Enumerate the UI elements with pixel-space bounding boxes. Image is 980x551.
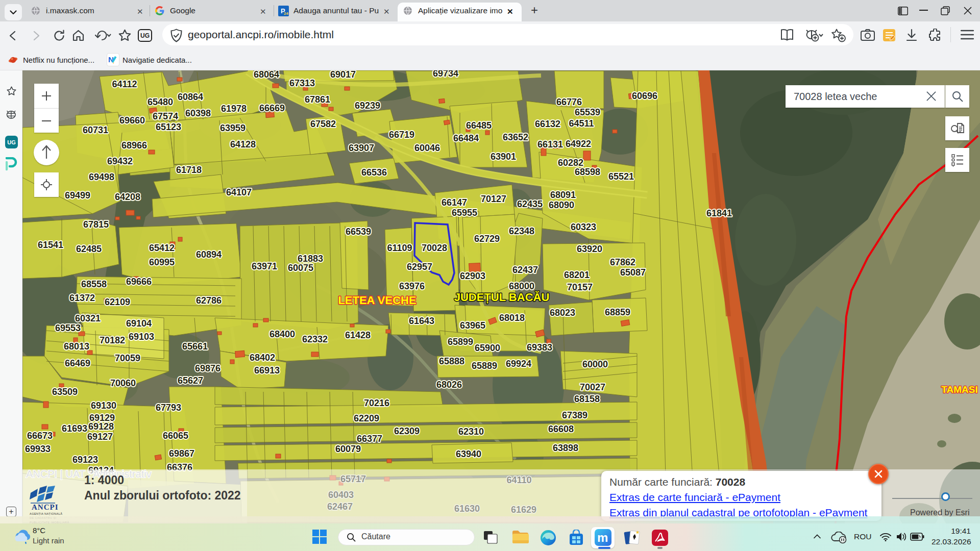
svg-text:64110: 64110: [506, 475, 531, 485]
svg-text:69933: 69933: [25, 444, 51, 454]
svg-text:70182: 70182: [100, 335, 125, 345]
svg-text:66913: 66913: [254, 365, 280, 375]
svg-text:68598: 68598: [575, 167, 600, 177]
svg-text:61630: 61630: [454, 504, 480, 514]
svg-text:68558: 68558: [81, 279, 107, 289]
svg-text:63959: 63959: [220, 123, 246, 133]
svg-text:TAMASI: TAMASI: [941, 384, 977, 395]
svg-text:60864: 60864: [178, 92, 203, 102]
svg-text:60075: 60075: [288, 263, 313, 273]
svg-text:65087: 65087: [620, 267, 646, 278]
svg-text:61109: 61109: [387, 243, 412, 253]
svg-text:69924: 69924: [506, 359, 531, 369]
svg-text:64511: 64511: [569, 118, 594, 129]
svg-text:60000: 60000: [582, 359, 608, 369]
svg-text:66719: 66719: [389, 130, 414, 140]
svg-text:62309: 62309: [394, 426, 420, 436]
svg-text:68064: 68064: [254, 70, 279, 80]
svg-text:68013: 68013: [64, 341, 89, 352]
svg-text:69123: 69123: [72, 455, 98, 465]
svg-text:65889: 65889: [472, 361, 497, 371]
svg-text:66377: 66377: [357, 434, 382, 444]
svg-text:65899: 65899: [448, 337, 473, 347]
svg-text:69103: 69103: [129, 332, 154, 342]
svg-text:68091: 68091: [550, 190, 576, 200]
svg-text:69666: 69666: [126, 277, 152, 287]
svg-text:69127: 69127: [87, 432, 113, 442]
svg-text:62435: 62435: [517, 199, 543, 209]
svg-text:60894: 60894: [196, 249, 222, 260]
svg-text:66469: 66469: [65, 358, 90, 368]
svg-text:24: 24: [284, 11, 288, 16]
svg-text:63976: 63976: [399, 281, 425, 291]
svg-text:60995: 60995: [149, 257, 175, 267]
svg-text:69104: 69104: [126, 318, 152, 329]
svg-text:61372: 61372: [69, 293, 95, 303]
svg-text:68000: 68000: [509, 281, 534, 291]
svg-text:67574: 67574: [153, 111, 178, 121]
svg-text:65900: 65900: [475, 343, 500, 353]
svg-text:61643: 61643: [409, 316, 434, 326]
svg-text:70027: 70027: [580, 382, 605, 392]
svg-text:62310: 62310: [458, 427, 484, 437]
svg-text:66536: 66536: [361, 167, 387, 178]
svg-text:60282: 60282: [558, 158, 583, 168]
svg-text:69660: 69660: [119, 115, 145, 126]
svg-text:60321: 60321: [75, 313, 101, 323]
svg-text:66065: 66065: [163, 431, 188, 441]
svg-text:64112: 64112: [112, 79, 137, 89]
svg-text:70216: 70216: [364, 398, 389, 408]
svg-text:65717: 65717: [340, 474, 366, 484]
svg-text:68018: 68018: [499, 313, 525, 323]
svg-text:68090: 68090: [549, 200, 574, 210]
svg-text:61978: 61978: [221, 104, 247, 114]
svg-text:69239: 69239: [355, 101, 380, 111]
svg-text:64922: 64922: [566, 139, 591, 149]
svg-text:69734: 69734: [433, 70, 458, 79]
svg-text:69499: 69499: [65, 190, 90, 201]
svg-text:68400: 68400: [270, 329, 295, 339]
svg-text:69553: 69553: [55, 323, 81, 333]
svg-text:68201: 68201: [564, 270, 590, 280]
svg-text:68158: 68158: [574, 394, 600, 404]
svg-text:62209: 62209: [354, 413, 379, 423]
svg-text:67582: 67582: [310, 119, 336, 129]
svg-text:m: m: [597, 531, 608, 544]
svg-text:60696: 60696: [632, 91, 657, 101]
svg-text:LETEA VECHE: LETEA VECHE: [338, 294, 416, 307]
svg-text:68026: 68026: [436, 380, 462, 390]
svg-text:62467: 62467: [327, 502, 353, 512]
svg-text:70059: 70059: [115, 353, 140, 363]
svg-text:62786: 62786: [196, 295, 222, 306]
svg-text:70157: 70157: [567, 282, 593, 292]
svg-text:70060: 70060: [110, 378, 136, 388]
svg-text:66485: 66485: [466, 120, 492, 131]
svg-text:70127: 70127: [481, 194, 506, 204]
svg-text:60398: 60398: [185, 108, 211, 118]
svg-text:65627: 65627: [178, 375, 203, 386]
svg-text:61841: 61841: [706, 208, 732, 218]
svg-text:65539: 65539: [575, 107, 600, 117]
svg-text:63898: 63898: [553, 443, 578, 453]
svg-text:62109: 62109: [105, 297, 130, 307]
svg-text:65955: 65955: [452, 208, 477, 218]
svg-text:61541: 61541: [38, 240, 63, 250]
svg-text:69498: 69498: [89, 172, 114, 182]
svg-text:65521: 65521: [608, 171, 634, 182]
svg-text:68966: 68966: [121, 140, 147, 151]
svg-text:63965: 63965: [460, 320, 485, 331]
svg-text:69432: 69432: [107, 156, 133, 166]
svg-text:66132: 66132: [535, 119, 560, 129]
svg-text:63971: 63971: [252, 261, 277, 271]
svg-text:67861: 67861: [305, 94, 330, 105]
svg-text:66147: 66147: [442, 197, 467, 208]
svg-text:69128: 69128: [88, 421, 114, 432]
svg-text:62729: 62729: [474, 234, 500, 244]
svg-text:62903: 62903: [460, 271, 485, 281]
svg-text:66131: 66131: [537, 139, 563, 149]
svg-text:62332: 62332: [302, 334, 328, 344]
svg-text:69876: 69876: [195, 363, 220, 373]
svg-text:68859: 68859: [605, 307, 630, 317]
svg-text:60403: 60403: [328, 490, 354, 500]
svg-text:66539: 66539: [346, 227, 371, 237]
